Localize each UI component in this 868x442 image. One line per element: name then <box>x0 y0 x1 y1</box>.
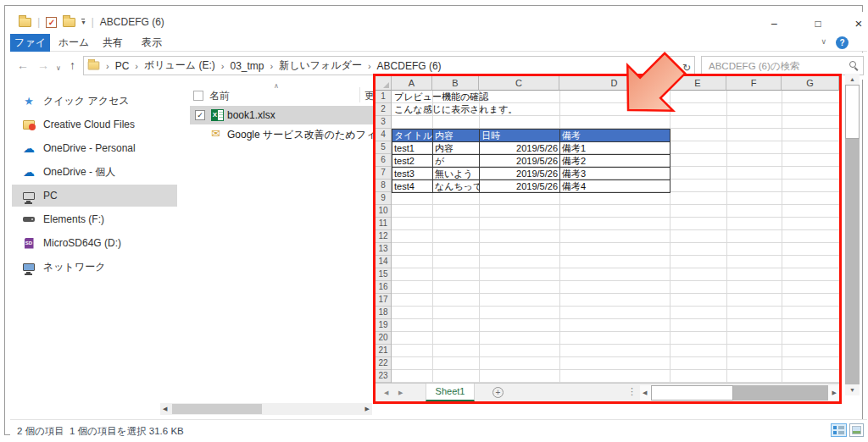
row-header[interactable]: 17 <box>376 294 391 307</box>
row-header[interactable]: 2 <box>376 103 391 116</box>
sidebar-item-microsd[interactable]: SD MicroSD64G (D:) <box>12 232 177 254</box>
tab-share[interactable]: 共有 <box>93 34 132 52</box>
row-header[interactable]: 5 <box>376 141 391 154</box>
add-sheet-icon[interactable]: + <box>492 387 504 398</box>
help-icon[interactable]: ? <box>836 36 849 49</box>
scroll-left-icon[interactable]: ◀ <box>163 406 167 412</box>
table-cell[interactable]: test3 <box>392 168 433 180</box>
forward-button[interactable]: → <box>37 58 49 73</box>
address-bar[interactable]: › PC › ボリューム (E:) › 03_tmp › 新しいフォルダー › … <box>83 56 695 75</box>
table-header-cell[interactable]: 日時 <box>480 130 560 142</box>
row-header[interactable]: 3 <box>376 116 391 129</box>
back-button[interactable]: ← <box>17 58 29 73</box>
scroll-right-icon[interactable]: ▶ <box>365 406 370 412</box>
breadcrumb-03tmp[interactable]: 03_tmp <box>230 60 264 72</box>
minimize-button[interactable]: − <box>760 14 788 33</box>
breadcrumb-current[interactable]: ABCDEFG (6) <box>377 60 442 72</box>
row-header[interactable]: 8 <box>376 180 391 192</box>
row-header[interactable]: 21 <box>376 345 391 357</box>
sidebar-item-network[interactable]: ネットワーク <box>12 256 177 278</box>
table-cell[interactable]: 備考2 <box>560 155 670 168</box>
file-list-horizontal-scrollbar[interactable]: ◀ ▶ <box>160 403 372 415</box>
file-name[interactable]: Google サービス改善のためフィードバックに... <box>227 128 379 142</box>
column-header[interactable]: D <box>559 76 670 91</box>
table-cell[interactable]: 無いよう <box>433 168 480 180</box>
sidebar-item-quick-access[interactable]: ★ クイック アクセス <box>12 90 177 112</box>
table-cell[interactable]: 備考4 <box>560 180 670 193</box>
sheet-prev-icon[interactable]: ◀ <box>384 390 388 396</box>
sidebar-item-pc[interactable]: PC <box>12 185 177 207</box>
sheet-next-icon[interactable]: ▶ <box>398 390 403 396</box>
row-header[interactable]: 18 <box>376 307 391 319</box>
file-row-book1[interactable]: ✓ book1.xlsx 20 <box>190 106 379 124</box>
collapse-ribbon-icon[interactable]: ∨ <box>821 37 826 46</box>
breadcrumb-newfolder[interactable]: 新しいフォルダー <box>279 58 362 73</box>
table-cell[interactable]: 備考3 <box>560 168 670 180</box>
scroll-right-icon[interactable]: ▶ <box>832 390 837 396</box>
thumbnail-view-button[interactable] <box>849 423 864 437</box>
table-cell[interactable]: なんちって <box>433 180 480 193</box>
sidebar-item-elements-drive[interactable]: Elements (F:) <box>12 208 177 230</box>
tab-view[interactable]: 表示 <box>132 34 171 52</box>
tab-home[interactable]: ホーム <box>54 34 93 52</box>
row-header[interactable]: 20 <box>376 332 391 345</box>
row-header[interactable]: 4 <box>376 129 391 141</box>
table-cell[interactable]: が <box>433 155 480 168</box>
folder-icon[interactable] <box>63 18 75 27</box>
tab-file[interactable]: ファイル <box>10 34 50 52</box>
row-header[interactable]: 10 <box>376 205 391 218</box>
select-all-corner[interactable] <box>376 76 392 91</box>
table-header-cell[interactable]: 内容 <box>433 130 480 142</box>
cell-grid[interactable]: プレビュー機能の確認 こんな感じに表示されます。 タイトル 内容 日時 備考 t… <box>392 91 839 383</box>
preview-vertical-scrollbar[interactable]: ▲ ▼ <box>845 74 860 395</box>
row-header[interactable]: 23 <box>376 370 391 383</box>
splitter-handle-icon[interactable]: ⋮ <box>627 386 637 397</box>
breadcrumb-pc[interactable]: PC <box>115 60 130 72</box>
column-header[interactable]: G <box>782 76 839 91</box>
scrollbar-thumb[interactable] <box>172 404 262 414</box>
column-header[interactable]: F <box>726 76 782 91</box>
column-separator[interactable] <box>359 87 360 102</box>
column-header[interactable]: E <box>670 76 726 91</box>
checkbox-toggle-icon[interactable]: ✓ <box>46 17 57 28</box>
recent-locations-icon[interactable]: ∨ <box>56 61 61 76</box>
breadcrumb-volume[interactable]: ボリューム (E:) <box>144 58 215 73</box>
row-header[interactable]: 19 <box>376 319 391 332</box>
file-name[interactable]: book1.xlsx <box>227 109 275 121</box>
column-header[interactable]: C <box>479 76 559 91</box>
row-header[interactable]: 6 <box>376 154 391 167</box>
scroll-up-icon[interactable]: ▲ <box>845 74 860 85</box>
close-button[interactable]: × <box>844 14 868 33</box>
qat-dropdown-icon[interactable]: ▾ <box>81 19 85 25</box>
scrollbar-thumb[interactable] <box>845 85 860 139</box>
sheet-tab-sheet1[interactable]: Sheet1 <box>426 384 475 401</box>
file-row-google-mail[interactable]: ✉ Google サービス改善のためフィードバックに... 20 <box>190 124 379 143</box>
scroll-left-icon[interactable]: ◀ <box>643 390 647 396</box>
row-header[interactable]: 11 <box>376 218 391 230</box>
row-header[interactable]: 1 <box>376 91 391 103</box>
maximize-button[interactable]: □ <box>804 14 832 33</box>
search-icon[interactable] <box>849 61 856 68</box>
search-input[interactable]: ABCDEFG (6)の検索 <box>701 56 864 75</box>
column-header[interactable]: B <box>432 76 479 91</box>
table-cell[interactable]: 2019/5/26 <box>480 155 560 168</box>
row-header[interactable]: 7 <box>376 167 391 180</box>
preview-horizontal-scrollbar[interactable]: ◀ ▶ <box>640 385 839 401</box>
table-cell[interactable]: 備考1 <box>560 142 670 155</box>
select-all-checkbox[interactable] <box>193 91 203 101</box>
details-view-button[interactable] <box>831 423 847 437</box>
table-header-cell[interactable]: タイトル <box>392 130 433 142</box>
sidebar-item-onedrive-kojin[interactable]: ☁ OneDrive - 個人 <box>12 161 177 183</box>
refresh-icon[interactable]: ↻ <box>682 62 691 74</box>
sidebar-item-onedrive-personal[interactable]: ☁ OneDrive - Personal <box>12 137 177 159</box>
scroll-down-icon[interactable]: ▼ <box>845 384 860 395</box>
row-header[interactable]: 12 <box>376 230 391 243</box>
table-header-cell[interactable]: 備考 <box>560 130 670 142</box>
column-header-name[interactable]: 名前 <box>209 89 230 103</box>
table-cell[interactable]: test1 <box>392 142 433 155</box>
scrollbar-thumb[interactable] <box>651 385 733 401</box>
row-header[interactable]: 13 <box>376 243 391 256</box>
row-header[interactable]: 9 <box>376 192 391 205</box>
table-cell[interactable]: 2019/5/26 <box>480 142 560 155</box>
cell-a1[interactable]: プレビュー機能の確認 <box>394 91 488 103</box>
